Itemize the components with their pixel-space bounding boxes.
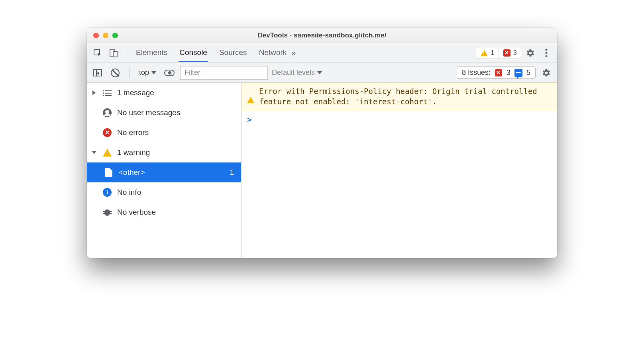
context-label: top [139, 68, 149, 77]
sidebar-item-count: 1 [230, 168, 238, 177]
sidebar-item-errors[interactable]: ✕ No errors [87, 123, 241, 143]
window-title: DevTools - samesite-sandbox.glitch.me/ [87, 31, 557, 39]
issues-label: 8 Issues: [462, 68, 491, 77]
live-expression-icon[interactable] [163, 66, 176, 80]
console-body: 1 message No user messages ✕ No errors 1… [87, 83, 557, 258]
errors-count: 3 [513, 49, 517, 57]
tab-elements[interactable]: Elements [135, 43, 168, 62]
svg-point-5 [546, 55, 548, 57]
sidebar-item-label: <other> [119, 168, 225, 177]
sidebar-item-label: No user messages [117, 108, 238, 117]
console-filterbar: top Default levels 8 Issues: ✕ 3 5 [87, 63, 557, 83]
console-output: Error with Permissions-Policy header: Or… [242, 83, 557, 258]
warning-icon [247, 88, 254, 107]
svg-rect-2 [113, 51, 117, 57]
toggle-sidebar-icon[interactable] [91, 66, 104, 80]
warnings-badge[interactable]: 1 [476, 47, 498, 59]
file-icon [104, 168, 114, 177]
sidebar-item-label: No verbose [117, 208, 238, 217]
person-icon [102, 108, 112, 117]
kebab-menu-icon[interactable] [540, 46, 553, 60]
settings-icon[interactable] [524, 46, 537, 60]
inspect-element-icon[interactable] [91, 46, 104, 60]
svg-point-4 [546, 52, 548, 54]
collapse-icon [91, 151, 97, 154]
divider [129, 67, 130, 78]
issues-errors-count: 3 [507, 68, 510, 77]
devtools-window: DevTools - samesite-sandbox.glitch.me/ E… [87, 28, 557, 258]
console-sidebar: 1 message No user messages ✕ No errors 1… [87, 83, 242, 258]
maximize-window-button[interactable] [112, 33, 118, 38]
error-circle-icon: ✕ [102, 128, 112, 137]
sidebar-item-warnings[interactable]: 1 warning [87, 143, 241, 162]
errors-badge[interactable]: ✕ 3 [499, 47, 521, 59]
sidebar-item-messages[interactable]: 1 message [87, 83, 241, 103]
sidebar-item-info[interactable]: i No info [87, 182, 241, 202]
sidebar-item-label: No info [117, 188, 238, 197]
tab-network[interactable]: Network [258, 43, 288, 62]
console-prompt[interactable]: > [242, 110, 557, 129]
filter-input[interactable] [180, 66, 268, 80]
tab-console[interactable]: Console [179, 43, 208, 62]
chevron-down-icon [151, 71, 156, 74]
issues-messages-count: 5 [526, 68, 530, 77]
issues-button[interactable]: 8 Issues: ✕ 3 5 [457, 67, 536, 79]
bug-icon [102, 208, 112, 217]
close-window-button[interactable] [93, 33, 99, 38]
minimize-window-button[interactable] [103, 33, 108, 38]
list-icon [102, 90, 112, 96]
warning-icon [102, 149, 112, 156]
prompt-chevron-icon: > [247, 115, 251, 124]
expand-icon [91, 90, 97, 95]
sidebar-item-label: No errors [117, 128, 238, 137]
svg-point-3 [546, 49, 548, 51]
traffic-lights [87, 33, 118, 38]
warning-icon [480, 49, 488, 57]
tab-sources[interactable]: Sources [218, 43, 248, 62]
error-icon: ✕ [495, 69, 503, 77]
error-icon: ✕ [503, 49, 511, 57]
console-warning-row[interactable]: Error with Permissions-Policy header: Or… [242, 83, 557, 110]
console-settings-icon[interactable] [540, 66, 553, 80]
warnings-count: 1 [491, 49, 494, 57]
log-levels-selector[interactable]: Default levels [272, 68, 322, 77]
sidebar-item-label: 1 warning [117, 148, 238, 157]
clear-console-icon[interactable] [108, 66, 122, 80]
divider [126, 47, 126, 59]
console-warning-text: Error with Permissions-Policy header: Or… [259, 86, 552, 107]
main-tabbar: Elements Console Sources Network » 1 ✕ 3 [87, 43, 557, 63]
levels-label: Default levels [272, 68, 315, 77]
info-icon: i [102, 188, 112, 197]
sidebar-item-label: 1 message [117, 88, 238, 97]
sidebar-item-other[interactable]: <other> 1 [87, 162, 241, 182]
sidebar-item-user-messages[interactable]: No user messages [87, 103, 241, 123]
context-selector[interactable]: top [137, 67, 159, 78]
titlebar: DevTools - samesite-sandbox.glitch.me/ [87, 28, 557, 43]
status-badges[interactable]: 1 ✕ 3 [476, 47, 521, 59]
sidebar-item-verbose[interactable]: No verbose [87, 202, 241, 222]
more-tabs-button[interactable]: » [290, 48, 297, 57]
chevron-down-icon [317, 71, 322, 74]
device-toolbar-icon[interactable] [107, 46, 120, 60]
message-icon [514, 69, 522, 77]
panel-tabs: Elements Console Sources Network [135, 43, 287, 62]
